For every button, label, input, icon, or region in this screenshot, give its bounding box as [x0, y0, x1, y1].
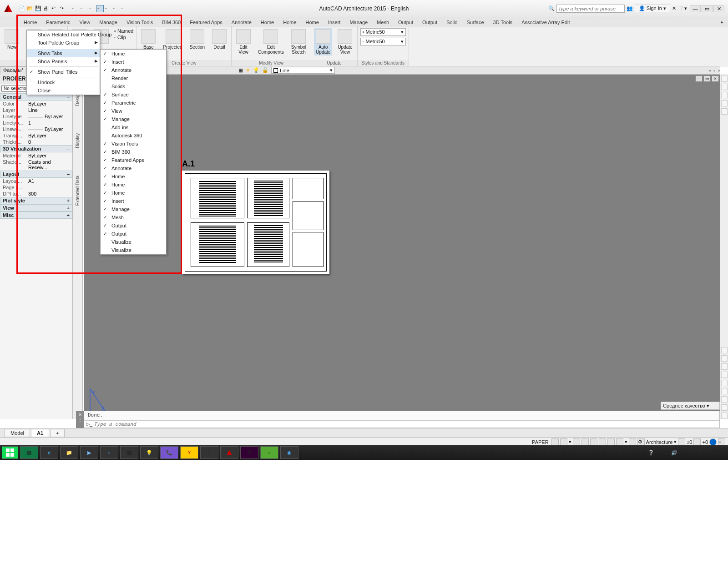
taskbar-app[interactable]: ▫	[200, 446, 218, 459]
status-menu-icon[interactable]: ≡	[718, 438, 725, 446]
menu-item[interactable]: Surface✓	[101, 91, 166, 99]
exchange-icon[interactable]: ✕	[672, 5, 676, 11]
menu-item[interactable]: Show Tabs▶	[27, 49, 100, 57]
undo-icon[interactable]: ↶	[51, 5, 58, 12]
menu-item[interactable]: Show Related Tool Palette Group	[27, 30, 100, 39]
ribbon-tab[interactable]: Vision Tools	[122, 19, 157, 26]
signin-button[interactable]: 👤 Sign In ▾	[635, 5, 670, 12]
taskbar-ie[interactable]: e	[40, 446, 58, 459]
property-category[interactable]: Misc+	[0, 211, 72, 219]
tool-icon[interactable]	[721, 363, 728, 370]
quality-label[interactable]: Среднее качество	[663, 403, 705, 408]
ribbon-tab[interactable]: Annotate	[227, 19, 256, 26]
toolbar-icon[interactable]: ▫	[713, 68, 715, 73]
close-button[interactable]: ✕	[713, 5, 724, 12]
ribbon-tab[interactable]: Surface	[462, 19, 489, 26]
property-row[interactable]: DPI to...300	[0, 191, 72, 197]
ribbon-tab[interactable]: Manage	[95, 19, 122, 26]
ribbon-tab[interactable]: Manage	[345, 19, 372, 26]
ribbon-tab[interactable]: Insert	[324, 19, 345, 26]
qat-icon[interactable]: ▫	[121, 5, 128, 12]
tool-icon[interactable]	[721, 388, 728, 394]
ribbon-dropdown[interactable]: ▫ Metric50▾	[360, 28, 406, 36]
taskbar-app[interactable]: ▫	[100, 446, 118, 459]
taskbar-app[interactable]: ▦	[20, 446, 38, 459]
open-icon[interactable]: 📂	[26, 5, 34, 12]
status-icon[interactable]	[607, 438, 615, 446]
layer-icon[interactable]: ▦	[238, 67, 243, 73]
qat-icon[interactable]: ▫	[80, 5, 87, 12]
ribbon-tab[interactable]: Output	[394, 19, 418, 26]
ribbon-small-button[interactable]: ▫ Clip	[114, 35, 133, 40]
menu-item[interactable]: Autodesk 360	[101, 131, 166, 140]
drawing-area[interactable]: — ▭ ✕	[84, 75, 720, 419]
redo-icon[interactable]: ↷	[59, 5, 66, 12]
property-row[interactable]: Linetyp...1	[0, 120, 72, 126]
tray-lang[interactable]: RU	[638, 450, 645, 455]
lock-icon[interactable]: 🔓	[262, 67, 268, 73]
status-icon[interactable]	[573, 438, 580, 446]
property-category[interactable]: View+	[0, 204, 72, 211]
ribbon-button[interactable]: Projected	[161, 28, 184, 50]
ribbon-dropdown[interactable]: ▫ Metric50▾	[360, 38, 406, 45]
property-row[interactable]: Layout...A1	[0, 178, 72, 184]
tray-icon[interactable]: 🔊	[671, 450, 677, 456]
menu-item[interactable]: Visualize	[101, 246, 166, 254]
ribbon-tab[interactable]: Associative Array Edit	[517, 19, 574, 26]
ribbon-button[interactable]: New	[3, 28, 21, 50]
status-icon[interactable]	[560, 438, 567, 446]
nav-icon[interactable]	[721, 108, 728, 115]
status-paper[interactable]: PAPER	[532, 439, 548, 445]
ribbon-tab[interactable]: Home	[278, 19, 301, 26]
command-close-button[interactable]: ✕⋮	[76, 411, 84, 428]
nav-icon[interactable]	[721, 76, 728, 82]
ribbon-tab[interactable]: Home	[256, 19, 278, 26]
menu-item[interactable]: Parametric✓	[101, 99, 166, 107]
app-icon[interactable]	[3, 3, 14, 14]
taskbar-app[interactable]: ◉	[280, 446, 298, 459]
ribbon-tab[interactable]: Featured Apps	[185, 19, 227, 26]
menu-item[interactable]: Show Panel Titles✓	[27, 68, 100, 76]
taskbar-autocad[interactable]	[220, 446, 238, 459]
menu-item[interactable]: Output✓	[101, 222, 166, 230]
ribbon-tab[interactable]: Parametric	[41, 19, 75, 26]
status-icon[interactable]	[629, 438, 636, 446]
minimize-button[interactable]: —	[690, 5, 701, 12]
menu-item[interactable]: Undock	[27, 78, 100, 86]
help-icon[interactable]: ❔▾	[678, 5, 687, 11]
tool-icon[interactable]	[721, 413, 728, 419]
tray-icon[interactable]: ▫	[689, 450, 691, 455]
layout-add-button[interactable]: +	[50, 429, 65, 437]
taskbar-app[interactable]: ▶	[80, 446, 98, 459]
status-arch[interactable]: Architecture	[646, 439, 673, 445]
menu-item[interactable]: Home✓	[101, 181, 166, 189]
gear-icon[interactable]: ⚙	[637, 438, 645, 446]
menu-item[interactable]: Show Panels▶	[27, 57, 100, 65]
taskbar-app[interactable]: ⚙	[240, 446, 258, 459]
maximize-button[interactable]: ▭	[702, 5, 713, 12]
doc-restore-button[interactable]: ▭	[703, 76, 711, 82]
taskbar-explorer[interactable]: 📁	[60, 446, 78, 459]
doc-minimize-button[interactable]: —	[695, 76, 703, 82]
ribbon-button[interactable]: AutoUpdate	[314, 28, 332, 55]
palette-tab[interactable]: Extended Data	[75, 176, 80, 206]
menu-item[interactable]: Mesh✓	[101, 213, 166, 222]
tray-icon[interactable]: ❔	[648, 450, 654, 456]
tool-icon[interactable]	[721, 380, 728, 386]
menu-item[interactable]: Manage✓	[101, 115, 166, 123]
menu-item[interactable]: Manage✓	[101, 205, 166, 213]
qat-icon[interactable]: ▫	[88, 5, 96, 12]
tool-icon[interactable]	[721, 404, 728, 411]
menu-item[interactable]: Home✓	[101, 172, 166, 181]
property-category[interactable]: 3D Visualization–	[0, 145, 72, 152]
sun-icon[interactable]: ☀	[246, 67, 250, 73]
menu-item[interactable]: Solids	[101, 82, 166, 91]
status-icon[interactable]	[693, 438, 701, 446]
ribbon-tab[interactable]: Output	[418, 19, 442, 26]
property-row[interactable]: Linewe...——— ByLayer	[0, 126, 72, 132]
ribbon-button[interactable]: EditView	[234, 28, 253, 55]
tray-clock[interactable]: 14:4022.10.2015	[698, 447, 723, 458]
ribbon-tab[interactable]: View	[75, 19, 95, 26]
ribbon-button[interactable]: Base	[139, 28, 157, 50]
tray-icon[interactable]: ◧	[664, 450, 668, 456]
